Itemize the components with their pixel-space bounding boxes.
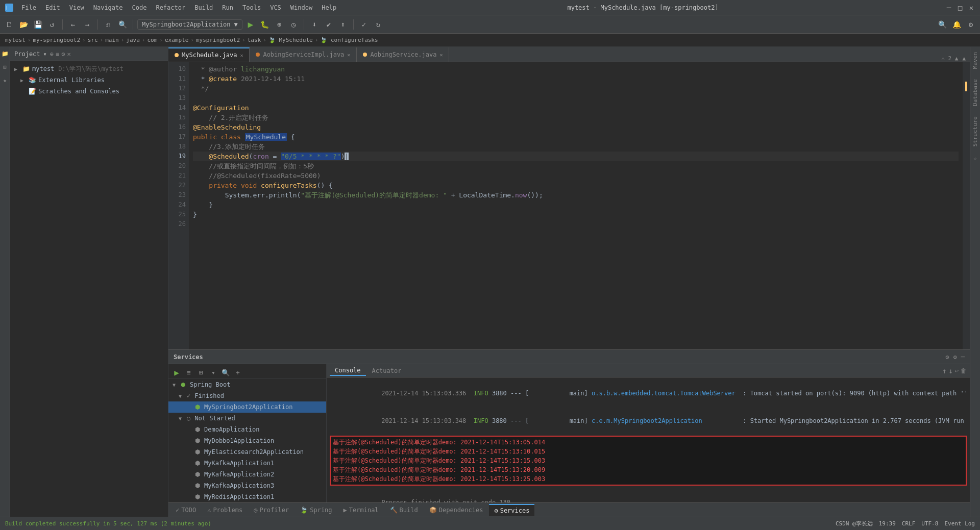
tab-problems[interactable]: ⚠ Problems bbox=[202, 504, 248, 516]
clear-output-button[interactable]: 🗑 bbox=[961, 367, 967, 374]
settings-button[interactable]: ⚙ bbox=[965, 18, 977, 31]
status-csdn[interactable]: CSDN @李长远 bbox=[836, 520, 873, 527]
tab-terminal[interactable]: ▶ Terminal bbox=[338, 504, 384, 516]
tab-close-aobingimpl[interactable]: ✕ bbox=[347, 52, 350, 58]
profile-button[interactable]: ◷ bbox=[287, 18, 300, 31]
search-service-button[interactable]: 🔍 bbox=[220, 367, 231, 377]
debug-button[interactable]: 🐛 bbox=[259, 18, 271, 31]
menu-edit[interactable]: Edit bbox=[41, 3, 64, 12]
maven-icon[interactable]: Maven bbox=[971, 49, 979, 72]
services-myspringboot2-item[interactable]: ⬢ MySpringboot2Application bbox=[168, 401, 326, 413]
database-icon[interactable]: Database bbox=[971, 76, 979, 109]
new-file-button[interactable]: 🗋 bbox=[3, 18, 15, 31]
services-mykafka2-item[interactable]: ⬢ MyKafkaApplication2 bbox=[168, 469, 326, 480]
services-myelasticsearch-item[interactable]: ⬢ MyElasticsearch2Application bbox=[168, 446, 326, 458]
favorites-icon[interactable]: ☆ bbox=[971, 154, 980, 163]
filter-service-button[interactable]: ▾ bbox=[208, 367, 218, 377]
tab-todo[interactable]: ✓ TODO bbox=[170, 504, 201, 516]
services-mydobbo-item[interactable]: ⬢ MyDobbo1Application bbox=[168, 435, 326, 446]
tab-spring[interactable]: 🍃 Spring bbox=[295, 504, 337, 516]
search-everywhere-button[interactable]: 🔍 bbox=[936, 18, 948, 31]
check-button[interactable]: ✓ bbox=[358, 18, 370, 31]
breadcrumb-example[interactable]: example bbox=[165, 37, 188, 43]
expand-editor-button[interactable]: ▲ bbox=[962, 55, 966, 62]
services-mykafka3-item[interactable]: ⬢ MyKafkaApplication3 bbox=[168, 480, 326, 491]
status-eventlog[interactable]: Event Log bbox=[944, 520, 975, 527]
services-myredis-item[interactable]: ⬢ MyRedisApplication1 bbox=[168, 491, 326, 502]
soft-wrap-button[interactable]: ↩ bbox=[955, 367, 959, 374]
tab-close-myschedule[interactable]: ✕ bbox=[240, 53, 243, 58]
status-build-message[interactable]: Build completed successfully in 5 sec, 1… bbox=[5, 520, 211, 527]
vcs-push-button[interactable]: ⬆ bbox=[337, 18, 349, 31]
group-service-button[interactable]: ⊞ bbox=[196, 367, 206, 377]
tab-profiler[interactable]: ◷ Profiler bbox=[249, 504, 294, 516]
collapse-service-button[interactable]: ≡ bbox=[184, 367, 194, 377]
breadcrumb-mytest[interactable]: mytest bbox=[5, 37, 26, 43]
services-demoapplication-item[interactable]: ⬢ DemoApplication bbox=[168, 424, 326, 435]
services-finished-item[interactable]: ▼ ✓ Finished bbox=[168, 390, 326, 401]
bookmarks-icon[interactable]: ★ bbox=[1, 75, 10, 85]
menu-build[interactable]: Build bbox=[190, 3, 217, 12]
services-springboot-item[interactable]: ▼ ⬢ Spring Boot bbox=[168, 379, 326, 390]
tab-aobingservice[interactable]: AobingService.java ✕ bbox=[357, 47, 449, 62]
menu-help[interactable]: Help bbox=[317, 3, 340, 12]
structure-icon-left[interactable]: ⊞ bbox=[1, 62, 10, 71]
breadcrumb-main[interactable]: main bbox=[105, 37, 119, 43]
breadcrumb-myschedule[interactable]: 🍃 MySchedule bbox=[268, 37, 313, 43]
refresh2-button[interactable]: ↻ bbox=[372, 18, 384, 31]
menu-refactor[interactable]: Refactor bbox=[152, 3, 189, 12]
open-button[interactable]: 📂 bbox=[17, 18, 30, 31]
menu-window[interactable]: Window bbox=[286, 3, 316, 12]
scroll-down-button[interactable]: ↓ bbox=[948, 367, 952, 375]
collapse-all-button[interactable]: ≡ bbox=[56, 51, 59, 58]
tree-external-libraries[interactable]: ▶ 📚 External Libraries bbox=[10, 74, 168, 86]
menu-view[interactable]: View bbox=[65, 3, 88, 12]
services-settings-icon[interactable]: ⚙ bbox=[945, 354, 949, 361]
menu-run[interactable]: Run bbox=[218, 3, 237, 12]
coverage-button[interactable]: ⊕ bbox=[273, 18, 285, 31]
menu-code[interactable]: Code bbox=[128, 3, 151, 12]
code-content[interactable]: * @author lichangyuan * @create 2021-12-… bbox=[189, 62, 963, 349]
forward-button[interactable]: → bbox=[81, 18, 93, 31]
maximize-button[interactable]: □ bbox=[957, 4, 964, 11]
search-button[interactable]: 🔍 bbox=[116, 18, 129, 31]
tab-services[interactable]: ⚙ Services bbox=[489, 504, 534, 516]
locate-file-button[interactable]: ⊕ bbox=[50, 51, 54, 58]
output-tab-actuator[interactable]: Actuator bbox=[367, 366, 407, 375]
status-charset[interactable]: UTF-8 bbox=[921, 520, 938, 527]
minimize-button[interactable]: ─ bbox=[945, 4, 952, 11]
undo-button[interactable]: ⎌ bbox=[102, 18, 114, 31]
tab-dependencies[interactable]: 📦 Dependencies bbox=[424, 504, 488, 516]
back-button[interactable]: ← bbox=[67, 18, 79, 31]
tab-aobingserviceimpl[interactable]: AobingServiceImpl.java ✕ bbox=[250, 47, 357, 62]
tab-myschedule[interactable]: MySchedule.java ✕ bbox=[168, 47, 250, 62]
close-panel-button[interactable]: ✕ bbox=[67, 51, 71, 58]
run-service-button[interactable]: ▶ bbox=[172, 367, 182, 377]
tab-build[interactable]: 🔨 Build bbox=[385, 504, 423, 516]
project-icon[interactable]: 📁 bbox=[1, 49, 10, 58]
add-service-button[interactable]: + bbox=[233, 367, 243, 377]
services-notstarted-item[interactable]: ▼ ○ Not Started bbox=[168, 413, 326, 424]
close-button[interactable]: ✕ bbox=[968, 4, 975, 11]
breadcrumb-springboot2[interactable]: my-springboot2 bbox=[33, 37, 80, 43]
breadcrumb-src[interactable]: src bbox=[88, 37, 98, 43]
run-button[interactable]: ▶ bbox=[244, 18, 257, 31]
status-crlf[interactable]: CRLF bbox=[902, 520, 916, 527]
warnings-indicator[interactable]: ⚠ 2 ▲ bbox=[941, 55, 958, 62]
tab-close-aobing[interactable]: ✕ bbox=[439, 52, 443, 58]
breadcrumb-java[interactable]: java bbox=[126, 37, 140, 43]
structure-icon-right[interactable]: Structure bbox=[971, 113, 979, 150]
project-settings-button[interactable]: ⚙ bbox=[61, 51, 65, 58]
vcs-update-button[interactable]: ⬇ bbox=[308, 18, 321, 31]
notifications-button[interactable]: 🔔 bbox=[950, 18, 963, 31]
save-all-button[interactable]: 💾 bbox=[32, 18, 44, 31]
tree-root-mytest[interactable]: ▶ 📁 mytest D:\学习\码云\mytest bbox=[10, 63, 168, 74]
refresh-button[interactable]: ↺ bbox=[46, 18, 58, 31]
menu-vcs[interactable]: VCS bbox=[266, 3, 285, 12]
menu-navigate[interactable]: Navigate bbox=[89, 3, 127, 12]
run-config-dropdown[interactable]: MySpringboot2Application ▼ bbox=[137, 19, 242, 30]
menu-tools[interactable]: Tools bbox=[238, 3, 265, 12]
breadcrumb-task[interactable]: task bbox=[248, 37, 261, 43]
services-mykafka1-item[interactable]: ⬢ MyKafkaApplication1 bbox=[168, 458, 326, 469]
vcs-commit-button[interactable]: ✔ bbox=[323, 18, 335, 31]
